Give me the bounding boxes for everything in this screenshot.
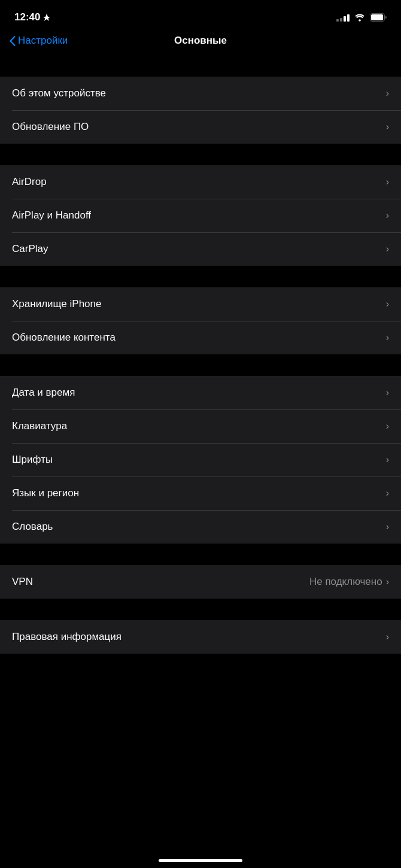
language-region-label: Язык и регион [12, 487, 79, 499]
signal-icon [336, 13, 350, 22]
chevron-icon: › [386, 577, 389, 587]
settings-content: Об этом устройстве › Обновление ПО › Air… [0, 55, 401, 654]
row-airdrop[interactable]: AirDrop › [0, 165, 401, 199]
group-gap-5 [0, 599, 401, 620]
chevron-icon: › [386, 211, 389, 220]
wifi-icon [354, 13, 365, 22]
chevron-icon: › [386, 122, 389, 132]
group-gap-2 [0, 266, 401, 287]
settings-group-1: Об этом устройстве › Обновление ПО › [0, 77, 401, 144]
keyboard-label: Клавиатура [12, 420, 67, 432]
airplay-handoff-label: AirPlay и Handoff [12, 210, 91, 221]
fonts-label: Шрифты [12, 454, 53, 466]
group-gap-4 [0, 544, 401, 565]
row-language-region[interactable]: Язык и регион › [0, 477, 401, 510]
back-button[interactable]: Настройки [10, 35, 68, 47]
row-dictionary[interactable]: Словарь › [0, 510, 401, 544]
date-time-label: Дата и время [12, 387, 75, 399]
section-gap-top [0, 55, 401, 77]
row-vpn[interactable]: VPN Не подключено › [0, 565, 401, 599]
iphone-storage-label: Хранилище iPhone [12, 298, 101, 310]
airdrop-label: AirDrop [12, 176, 47, 188]
vpn-label: VPN [12, 576, 33, 588]
status-time: 12:40 [14, 11, 50, 23]
group-gap-3 [0, 354, 401, 376]
chevron-icon: › [386, 299, 389, 309]
row-about[interactable]: Об этом устройстве › [0, 77, 401, 110]
nav-bar: Настройки Основные [0, 31, 401, 55]
dictionary-label: Словарь [12, 521, 53, 533]
status-icons [336, 13, 387, 22]
legal-info-label: Правовая информация [12, 631, 121, 643]
group-gap-1 [0, 144, 401, 165]
row-airplay-handoff[interactable]: AirPlay и Handoff › [0, 199, 401, 232]
settings-group-6: Правовая информация › [0, 620, 401, 654]
content-update-label: Обновление контента [12, 332, 116, 344]
page-title: Основные [174, 35, 227, 47]
settings-group-3: Хранилище iPhone › Обновление контента › [0, 287, 401, 354]
status-bar: 12:40 [0, 0, 401, 31]
svg-rect-2 [371, 14, 383, 20]
battery-icon [370, 13, 387, 22]
row-fonts[interactable]: Шрифты › [0, 443, 401, 477]
location-icon [43, 14, 50, 21]
chevron-icon: › [386, 455, 389, 465]
row-date-time[interactable]: Дата и время › [0, 376, 401, 409]
settings-group-4: Дата и время › Клавиатура › Шрифты › Я [0, 376, 401, 544]
chevron-icon: › [386, 488, 389, 498]
chevron-icon: › [386, 177, 389, 187]
settings-group-2: AirDrop › AirPlay и Handoff › CarPlay › [0, 165, 401, 266]
chevron-icon: › [386, 388, 389, 397]
chevron-icon: › [386, 244, 389, 254]
row-keyboard[interactable]: Клавиатура › [0, 409, 401, 443]
software-update-label: Обновление ПО [12, 121, 89, 133]
row-iphone-storage[interactable]: Хранилище iPhone › [0, 287, 401, 321]
vpn-status: Не подключено [309, 576, 382, 588]
row-software-update[interactable]: Обновление ПО › [0, 110, 401, 144]
svg-point-0 [359, 19, 361, 22]
home-indicator [159, 859, 242, 862]
row-legal-info[interactable]: Правовая информация › [0, 620, 401, 654]
chevron-icon: › [386, 522, 389, 532]
back-chevron-icon [10, 36, 16, 46]
row-content-update[interactable]: Обновление контента › [0, 321, 401, 354]
chevron-icon: › [386, 333, 389, 342]
settings-group-5: VPN Не подключено › [0, 565, 401, 599]
carplay-label: CarPlay [12, 243, 48, 255]
chevron-icon: › [386, 421, 389, 431]
about-label: Об этом устройстве [12, 87, 106, 99]
row-carplay[interactable]: CarPlay › [0, 232, 401, 266]
chevron-icon: › [386, 89, 389, 98]
chevron-icon: › [386, 632, 389, 642]
